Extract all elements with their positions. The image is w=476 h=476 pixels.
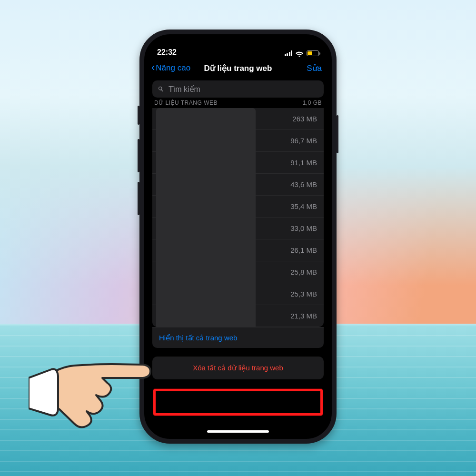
section-header-total: 1,0 GB (303, 99, 322, 106)
data-size: 96,7 MB (290, 137, 317, 145)
show-all-label: Hiển thị tất cả trang web (159, 334, 237, 342)
home-indicator[interactable] (207, 430, 269, 433)
search-field[interactable]: Tìm kiếm (152, 80, 324, 98)
data-size: 91,1 MB (290, 159, 317, 167)
data-size: 25,3 MB (290, 290, 317, 298)
volume-up-button (138, 139, 139, 172)
list-item[interactable]: 43,6 MB (152, 174, 324, 196)
list-item[interactable]: 26,1 MB (152, 239, 324, 261)
data-size: 35,4 MB (290, 202, 317, 210)
website-data-list[interactable]: 263 MB 96,7 MB 91,1 MB 43,6 MB 35,4 MB 3… (152, 108, 324, 327)
status-icons (285, 50, 319, 57)
delete-label: Xóa tất cả dữ liệu trang web (193, 364, 283, 372)
search-placeholder: Tìm kiếm (169, 85, 200, 94)
show-all-websites-button[interactable]: Hiển thị tất cả trang web (152, 327, 324, 348)
annotation-highlight (153, 389, 323, 416)
list-item[interactable]: 25,3 MB (152, 283, 324, 305)
status-time: 22:32 (157, 48, 177, 57)
list-item[interactable]: 91,1 MB (152, 152, 324, 174)
data-size: 263 MB (292, 115, 317, 123)
mute-switch (138, 106, 139, 125)
battery-fill-low-power (307, 51, 312, 55)
delete-section: Xóa tất cả dữ liệu trang web (152, 357, 324, 379)
data-size: 33,0 MB (290, 224, 317, 232)
list-item[interactable]: 35,4 MB (152, 196, 324, 218)
data-size: 43,6 MB (290, 180, 317, 188)
remove-all-website-data-button[interactable]: Xóa tất cả dữ liệu trang web (152, 357, 324, 379)
pointing-hand-icon (29, 343, 152, 433)
phone-frame: 22:32 ‹ Nâng cao Dữ liệu trang web Sửa T… (139, 30, 337, 444)
section-header-label: DỮ LIỆU TRANG WEB (154, 99, 218, 106)
section-header: DỮ LIỆU TRANG WEB 1,0 GB (147, 96, 329, 108)
notch (195, 37, 281, 51)
page-title: Dữ liệu trang web (204, 63, 272, 73)
edit-button[interactable]: Sửa (307, 63, 322, 73)
nav-header: ‹ Nâng cao Dữ liệu trang web Sửa (147, 58, 329, 79)
battery-icon (307, 50, 319, 56)
side-button (337, 115, 338, 153)
volume-down-button (138, 182, 139, 215)
data-size: 21,3 MB (290, 312, 317, 320)
back-button[interactable]: ‹ Nâng cao (151, 63, 190, 73)
back-label: Nâng cao (156, 63, 190, 73)
list-item[interactable]: 33,0 MB (152, 218, 324, 239)
data-size: 25,8 MB (290, 268, 317, 276)
list-item[interactable]: 21,3 MB (152, 305, 324, 327)
data-size: 26,1 MB (290, 246, 317, 254)
chevron-left-icon: ‹ (151, 62, 155, 73)
list-item[interactable]: 263 MB (152, 108, 324, 130)
list-item[interactable]: 25,8 MB (152, 261, 324, 283)
wifi-icon (295, 50, 304, 57)
search-icon (157, 85, 165, 93)
phone-screen: 22:32 ‹ Nâng cao Dữ liệu trang web Sửa T… (147, 37, 329, 436)
cellular-signal-icon (285, 50, 293, 56)
list-item[interactable]: 96,7 MB (152, 130, 324, 152)
